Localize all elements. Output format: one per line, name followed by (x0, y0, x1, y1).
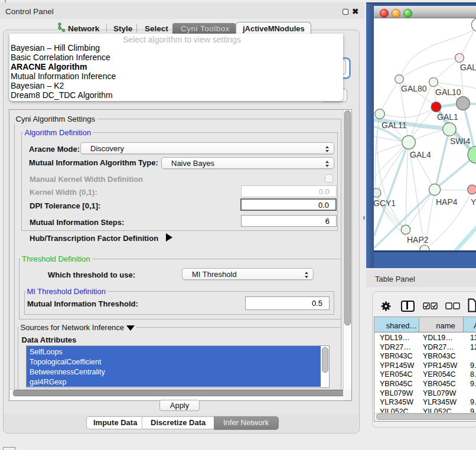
svg-text:GCY1: GCY1 (374, 198, 396, 208)
svg-text:Y: Y (471, 197, 476, 207)
svg-text:HAP4: HAP4 (436, 197, 458, 207)
svg-text:GAL1: GAL1 (437, 112, 458, 122)
svg-text:GAL4: GAL4 (410, 150, 431, 159)
svg-text:GAL10: GAL10 (435, 87, 461, 97)
svg-text:HAP2: HAP2 (407, 235, 429, 244)
svg-text:GAL80: GAL80 (401, 84, 427, 93)
svg-text:GAL11: GAL11 (382, 120, 407, 130)
svg-text:GAL2: GAL2 (460, 63, 476, 72)
svg-text:SWI4: SWI4 (450, 136, 470, 146)
